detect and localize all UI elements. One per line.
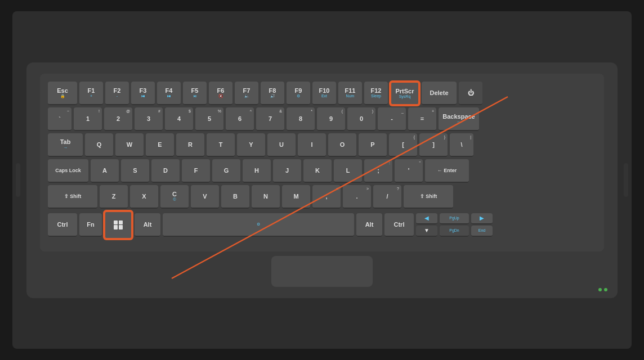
key-k[interactable]: K bbox=[303, 159, 332, 183]
key-backslash[interactable]: | \ bbox=[450, 133, 473, 157]
row-number-keys: ~ ` ! 1 @ 2 # 3 $ 4 bbox=[48, 107, 596, 131]
key-quote[interactable]: " ' bbox=[395, 159, 423, 183]
key-ctrl-right[interactable]: Ctrl bbox=[384, 213, 414, 237]
key-h[interactable]: H bbox=[243, 159, 271, 183]
grip-right bbox=[624, 163, 628, 197]
key-delete[interactable]: Delete bbox=[422, 82, 457, 105]
key-f11[interactable]: F11 Num bbox=[338, 82, 362, 105]
key-c[interactable]: C © bbox=[160, 185, 189, 209]
key-j[interactable]: J bbox=[273, 159, 301, 183]
arrow-cluster: ◀ ▼ bbox=[416, 213, 437, 237]
status-dot-2 bbox=[604, 288, 607, 291]
row-function-keys: Esc 🔒 F1 + F2 - F3 ⏮ F4 ⏭ bbox=[48, 82, 596, 105]
key-left-arrow[interactable]: ◀ bbox=[416, 213, 437, 224]
key-x[interactable]: X bbox=[130, 185, 158, 209]
status-dots bbox=[598, 288, 607, 291]
key-enter[interactable]: ← Enter bbox=[425, 159, 469, 183]
key-9[interactable]: ( 9 bbox=[317, 107, 345, 131]
key-q[interactable]: Q bbox=[85, 133, 113, 157]
touchpad[interactable] bbox=[271, 256, 373, 287]
key-f7[interactable]: F7 🔈 bbox=[235, 82, 258, 105]
key-f5[interactable]: F5 ⏯ bbox=[183, 82, 207, 105]
key-f6[interactable]: F6 🔇 bbox=[209, 82, 232, 105]
key-f9[interactable]: F9 ⚙ bbox=[287, 82, 310, 105]
key-f[interactable]: F bbox=[182, 159, 210, 183]
key-comma[interactable]: < , bbox=[312, 185, 341, 209]
key-shift-right[interactable]: ⇧ Shift bbox=[404, 185, 453, 209]
key-o[interactable]: O bbox=[328, 133, 356, 157]
status-dot-1 bbox=[598, 288, 602, 291]
key-minus[interactable]: _ - bbox=[378, 107, 406, 131]
key-3[interactable]: # 3 bbox=[135, 107, 163, 131]
key-prtsc[interactable]: PrtScr SysRq bbox=[390, 82, 419, 105]
key-f8[interactable]: F8 🔊 bbox=[261, 82, 284, 105]
row-bottom: Ctrl Fn Alt ⚙ Alt bbox=[48, 211, 596, 239]
key-y[interactable]: Y bbox=[237, 133, 265, 157]
key-r[interactable]: R bbox=[176, 133, 204, 157]
key-u[interactable]: U bbox=[267, 133, 296, 157]
key-equals[interactable]: + = bbox=[408, 107, 436, 131]
key-d[interactable]: D bbox=[151, 159, 180, 183]
key-m[interactable]: M bbox=[282, 185, 310, 209]
key-win[interactable] bbox=[104, 211, 132, 239]
key-v[interactable]: V bbox=[191, 185, 219, 209]
key-lbracket[interactable]: { [ bbox=[389, 133, 417, 157]
key-rbracket[interactable]: } ] bbox=[419, 133, 448, 157]
key-down-arrow[interactable]: ▼ bbox=[416, 226, 437, 237]
key-8[interactable]: * 8 bbox=[287, 107, 315, 131]
key-end[interactable]: End bbox=[471, 226, 493, 237]
keyboard-body: Esc 🔒 F1 + F2 - F3 ⏮ F4 ⏭ bbox=[40, 74, 604, 251]
row-qwerty: Tab → Q W E R T Y U I O P { [ } ] bbox=[48, 133, 596, 157]
key-ctrl-left[interactable]: Ctrl bbox=[48, 213, 77, 237]
key-w[interactable]: W bbox=[115, 133, 144, 157]
key-space[interactable]: ⚙ bbox=[163, 213, 354, 237]
key-capslock[interactable]: Caps Lock bbox=[48, 159, 88, 183]
right-arrow-cluster: ▶ End bbox=[471, 213, 493, 237]
key-s[interactable]: S bbox=[121, 159, 149, 183]
key-t[interactable]: T bbox=[207, 133, 235, 157]
key-f10[interactable]: F10 Ext bbox=[312, 82, 336, 105]
key-z[interactable]: Z bbox=[100, 185, 128, 209]
key-tilde[interactable]: ~ ` bbox=[48, 107, 71, 131]
key-tab[interactable]: Tab → bbox=[48, 133, 83, 157]
key-f12[interactable]: F12 Sleep bbox=[364, 82, 388, 105]
key-f2[interactable]: F2 - bbox=[105, 82, 129, 105]
key-alt-right[interactable]: Alt bbox=[356, 213, 382, 237]
key-6[interactable]: ^ 6 bbox=[226, 107, 254, 131]
key-right-arrow[interactable]: ▶ bbox=[471, 213, 493, 224]
key-slash[interactable]: ? / bbox=[373, 185, 401, 209]
grip-left bbox=[16, 163, 20, 197]
windows-icon bbox=[114, 220, 123, 230]
key-1[interactable]: ! 1 bbox=[74, 107, 102, 131]
key-esc[interactable]: Esc 🔒 bbox=[48, 82, 77, 105]
key-i[interactable]: I bbox=[298, 133, 326, 157]
key-5[interactable]: % 5 bbox=[195, 107, 223, 131]
key-0[interactable]: ) 0 bbox=[347, 107, 375, 131]
pgupdn-cluster: PgUp PgDn bbox=[440, 213, 469, 237]
key-f4[interactable]: F4 ⏭ bbox=[157, 82, 181, 105]
key-4[interactable]: $ 4 bbox=[165, 107, 193, 131]
key-backspace[interactable]: Backspace ← bbox=[439, 107, 479, 131]
row-asdf: Caps Lock A S D F G H J K L : ; " ' bbox=[48, 159, 596, 183]
key-period[interactable]: > . bbox=[343, 185, 371, 209]
key-a[interactable]: A bbox=[91, 159, 119, 183]
screenshot-container: Esc 🔒 F1 + F2 - F3 ⏮ F4 ⏭ bbox=[12, 11, 632, 349]
key-fn[interactable]: Fn bbox=[79, 213, 102, 237]
key-p[interactable]: P bbox=[359, 133, 387, 157]
keyboard-wrapper: Esc 🔒 F1 + F2 - F3 ⏮ F4 ⏭ bbox=[26, 62, 618, 298]
key-semicolon[interactable]: : ; bbox=[364, 159, 392, 183]
key-f1[interactable]: F1 + bbox=[79, 82, 103, 105]
key-g[interactable]: G bbox=[212, 159, 240, 183]
key-l[interactable]: L bbox=[334, 159, 362, 183]
key-power[interactable]: ⏻ bbox=[459, 82, 482, 105]
key-pgdn[interactable]: PgDn bbox=[440, 226, 469, 237]
key-2[interactable]: @ 2 bbox=[104, 107, 132, 131]
key-b[interactable]: B bbox=[221, 185, 249, 209]
key-f3[interactable]: F3 ⏮ bbox=[131, 82, 155, 105]
key-alt-left[interactable]: Alt bbox=[135, 213, 160, 237]
key-pgup[interactable]: PgUp bbox=[440, 213, 469, 224]
key-7[interactable]: & 7 bbox=[256, 107, 284, 131]
key-shift-left[interactable]: ⇧ Shift bbox=[48, 185, 97, 209]
key-e[interactable]: E bbox=[146, 133, 174, 157]
key-n[interactable]: N bbox=[252, 185, 280, 209]
